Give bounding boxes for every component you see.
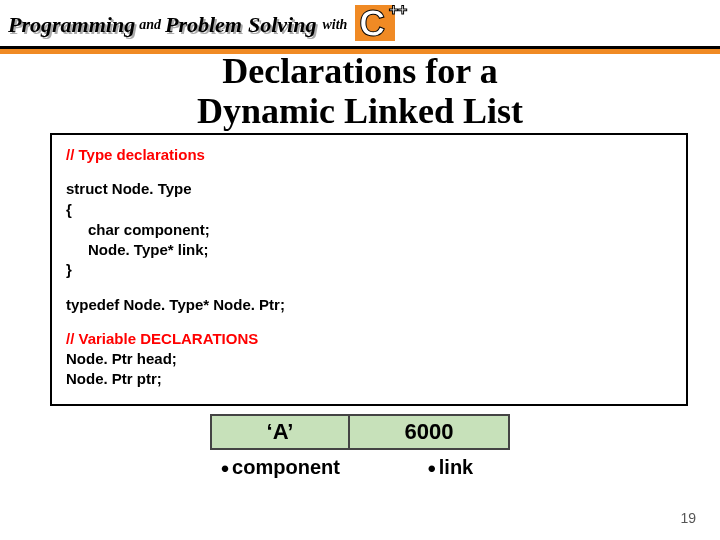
code-comment-type: // Type declarations xyxy=(66,145,672,165)
title-word-programming: Programming xyxy=(8,12,135,38)
blank-line xyxy=(66,165,672,179)
code-var-head: Node. Ptr head; xyxy=(66,349,672,369)
slide-title-line2: Dynamic Linked List xyxy=(0,92,720,132)
node-diagram: ‘A’ 6000 xyxy=(0,414,720,450)
label-link-text: link xyxy=(439,456,473,479)
node-cell-component: ‘A’ xyxy=(210,414,350,450)
code-var-ptr: Node. Ptr ptr; xyxy=(66,369,672,389)
slide-title-line1: Declarations for a xyxy=(0,52,720,92)
label-component-text: component xyxy=(232,456,340,479)
slide-title: Declarations for a Dynamic Linked List xyxy=(0,52,720,131)
dot-icon: . xyxy=(427,452,437,466)
code-member-component: char component; xyxy=(66,220,672,240)
book-title-bar: Programming and Problem Solving with C +… xyxy=(0,0,720,48)
code-typedef: typedef Node. Type* Node. Ptr; xyxy=(66,295,672,315)
cpp-logo: C ++ xyxy=(355,5,395,41)
title-word-with: with xyxy=(322,17,347,33)
code-block: // Type declarations struct Node. Type {… xyxy=(50,133,688,406)
label-link: . link xyxy=(370,454,530,479)
title-word-solving: Solving xyxy=(248,12,316,38)
title-word-problem: Problem xyxy=(165,12,242,38)
blank-line xyxy=(66,315,672,329)
dot-icon: . xyxy=(220,452,230,466)
code-member-link: Node. Type* link; xyxy=(66,240,672,260)
logo-letter-c: C xyxy=(359,3,385,45)
page-number: 19 xyxy=(680,510,696,526)
code-comment-vars: // Variable DECLARATIONS xyxy=(66,329,672,349)
node-labels: . component . link xyxy=(0,454,720,479)
label-component: . component xyxy=(190,454,370,479)
title-word-and: and xyxy=(139,17,161,33)
blank-line xyxy=(66,281,672,295)
code-struct-open: struct Node. Type xyxy=(66,179,672,199)
code-brace-close: } xyxy=(66,260,672,280)
code-brace-open: { xyxy=(66,200,672,220)
logo-plus-plus: ++ xyxy=(389,1,408,19)
